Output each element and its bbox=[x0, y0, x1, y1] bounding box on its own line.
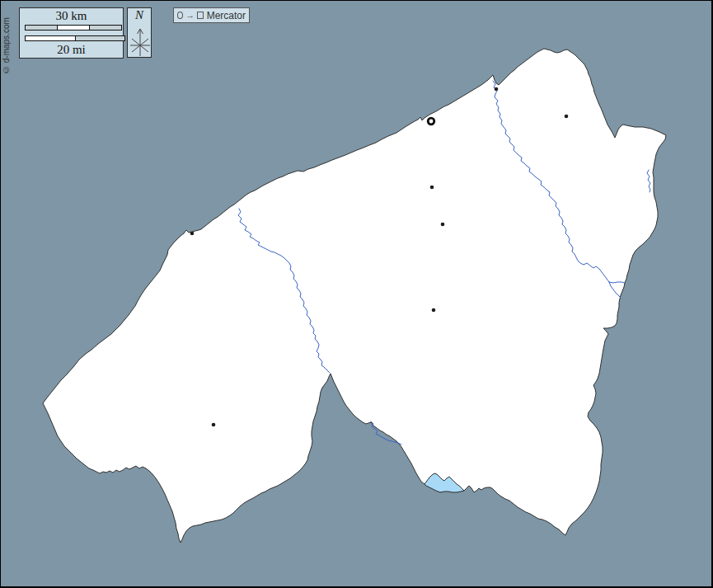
capital-ring bbox=[428, 118, 434, 125]
square-icon bbox=[197, 12, 203, 19]
scale-bar-mi bbox=[25, 35, 125, 41]
scale-mi-label: 20 mi bbox=[20, 43, 123, 57]
capital-marker bbox=[428, 118, 434, 125]
compass-north-label: N bbox=[128, 8, 151, 22]
projection-label: Mercator bbox=[207, 10, 246, 21]
scale-bar-km bbox=[25, 25, 122, 31]
scale-bar-panel: 30 km 20 mi bbox=[19, 7, 124, 59]
compass-rose-icon bbox=[128, 23, 152, 58]
city-dot bbox=[565, 115, 569, 119]
city-dot bbox=[495, 87, 499, 92]
projection-panel: → Mercator bbox=[173, 7, 250, 23]
scale-segment bbox=[90, 26, 121, 30]
city-dot bbox=[190, 232, 195, 236]
scale-km-label: 30 km bbox=[20, 9, 123, 23]
scale-segment bbox=[57, 26, 90, 30]
map-canvas bbox=[1, 1, 713, 588]
scale-segment bbox=[26, 26, 57, 30]
city-dot bbox=[441, 223, 445, 227]
map-stage: © d-maps.com 30 km 20 mi N → bbox=[0, 0, 713, 588]
circle-icon bbox=[177, 12, 183, 19]
copyright-credit: © d-maps.com bbox=[2, 7, 12, 74]
compass-panel: N bbox=[127, 7, 152, 58]
city-dot bbox=[430, 186, 434, 190]
city-dot bbox=[432, 308, 436, 313]
arrow-right-icon: → bbox=[185, 11, 195, 20]
scale-segment bbox=[75, 36, 125, 40]
scale-segment bbox=[26, 36, 75, 40]
city-dot bbox=[212, 423, 216, 427]
